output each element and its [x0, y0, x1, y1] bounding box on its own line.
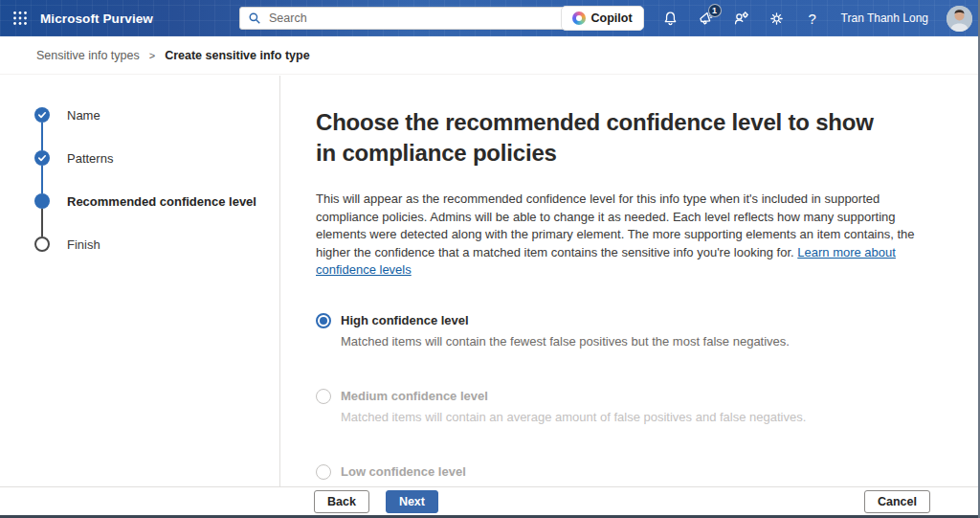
purview-window: Microsoft Purview Copilot: [0, 0, 980, 518]
next-button[interactable]: Next: [386, 490, 438, 513]
radio-low-confidence[interactable]: [316, 464, 331, 480]
search-input[interactable]: [269, 11, 562, 25]
avatar[interactable]: [947, 6, 972, 32]
copilot-label: Copilot: [591, 11, 633, 25]
app-title[interactable]: Microsoft Purview: [40, 11, 153, 26]
option-description: Matched items will contain an average am…: [341, 410, 940, 424]
step-completed-check-icon: [34, 107, 50, 123]
radio-medium-confidence[interactable]: [316, 389, 331, 404]
copilot-logo-icon: [572, 11, 586, 25]
content-region: Name Patterns Recommended confidence lev…: [0, 76, 978, 486]
account-settings-button[interactable]: [733, 10, 750, 27]
option-medium-confidence: Medium confidence level Matched items wi…: [316, 389, 940, 424]
step-label: Patterns: [67, 151, 113, 166]
step-current-dot-icon: [34, 193, 50, 209]
confidence-level-options: High confidence level Matched items will…: [316, 313, 940, 487]
step-label: Recommended confidence level: [67, 194, 256, 209]
option-high-confidence: High confidence level Matched items will…: [316, 313, 940, 349]
question-mark-icon: ?: [808, 11, 815, 26]
announcements-badge: 1: [708, 4, 722, 17]
breadcrumb-parent[interactable]: Sensitive info types: [36, 49, 140, 62]
back-button[interactable]: Back: [314, 490, 369, 513]
cancel-button[interactable]: Cancel: [864, 490, 930, 513]
breadcrumb-separator-icon: >: [149, 50, 155, 61]
avatar-photo: [947, 6, 972, 32]
option-label: Low confidence level: [341, 464, 466, 479]
notifications-button[interactable]: [662, 10, 679, 27]
wizard-step-name[interactable]: Name: [34, 107, 279, 123]
app-launcher-button[interactable]: [0, 0, 40, 36]
page-description: This will appear as the recommended conf…: [316, 191, 917, 280]
breadcrumb-current: Create sensitive info type: [165, 49, 309, 62]
step-connector: [41, 166, 43, 193]
option-label: High confidence level: [341, 313, 469, 327]
wizard-page: Choose the recommended confidence level …: [280, 76, 978, 486]
user-name: Tran Thanh Long: [841, 11, 928, 25]
step-label: Finish: [67, 237, 100, 252]
search-icon: [248, 11, 261, 25]
option-label: Medium confidence level: [341, 389, 488, 403]
step-completed-check-icon: [34, 150, 50, 166]
step-upcoming-circle-icon: [34, 236, 50, 252]
announcements-button[interactable]: 1: [698, 10, 715, 27]
wizard-step-recommended-confidence-level[interactable]: Recommended confidence level: [34, 193, 279, 209]
option-description: Matched items will contain the fewest fa…: [341, 334, 940, 349]
settings-button[interactable]: [768, 10, 786, 27]
wizard-steps-nav: Name Patterns Recommended confidence lev…: [0, 76, 280, 486]
option-low-confidence: Low confidence level Matched items will …: [316, 464, 940, 487]
top-app-bar: Microsoft Purview Copilot: [0, 0, 978, 36]
waffle-icon: [12, 11, 28, 26]
step-connector: [41, 123, 43, 150]
copilot-button[interactable]: Copilot: [561, 6, 644, 31]
wizard-step-patterns[interactable]: Patterns: [34, 150, 279, 166]
help-button[interactable]: ?: [804, 10, 821, 27]
radio-high-confidence[interactable]: [316, 313, 331, 328]
wizard-step-finish[interactable]: Finish: [34, 236, 279, 252]
page-title: Choose the recommended confidence level …: [316, 107, 900, 169]
bell-icon: [662, 11, 679, 27]
breadcrumb: Sensitive info types > Create sensitive …: [0, 36, 978, 75]
step-label: Name: [67, 108, 100, 123]
wizard-footer: Back Next Cancel: [0, 486, 978, 515]
gear-icon: [768, 11, 785, 27]
step-connector: [41, 209, 43, 236]
person-gear-icon: [733, 11, 749, 27]
topbar-actions: Copilot 1: [561, 0, 972, 36]
global-search[interactable]: [239, 7, 570, 30]
